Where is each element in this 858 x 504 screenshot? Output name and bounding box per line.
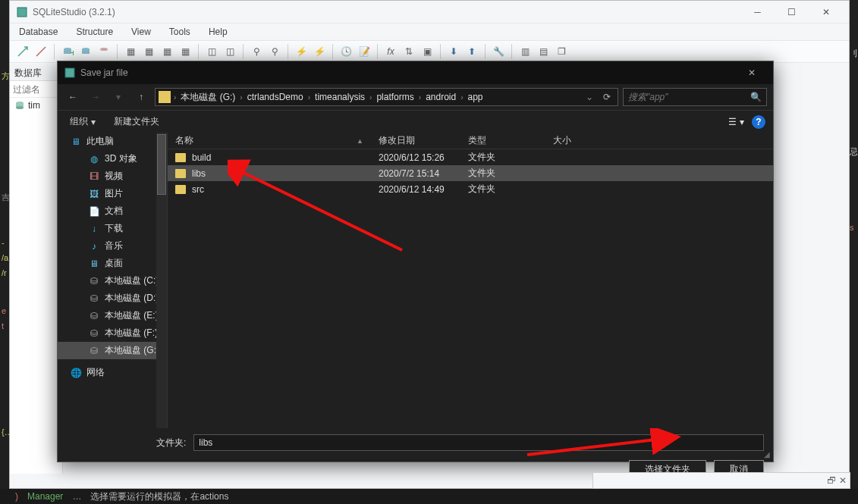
- collation-icon[interactable]: ⇅: [401, 43, 417, 60]
- dialog-close-button[interactable]: ✕: [737, 61, 767, 84]
- list-icon: ☰: [728, 117, 737, 127]
- aux-close2-icon[interactable]: ✕: [839, 475, 847, 486]
- resize-grip-icon[interactable]: ◢: [764, 450, 770, 459]
- nav-recent-button[interactable]: ▾: [109, 88, 127, 106]
- db-filter-input[interactable]: [10, 81, 62, 97]
- chevron-down-icon: ▾: [740, 117, 744, 127]
- tree-item-desktop[interactable]: 🖥桌面: [58, 255, 167, 272]
- index-icon[interactable]: ⚲: [248, 43, 265, 60]
- menu-view[interactable]: View: [127, 25, 156, 39]
- breadcrumb-seg-1[interactable]: ctrlandsDemo: [246, 92, 305, 102]
- tree-item-3d[interactable]: ◍3D 对象: [58, 150, 167, 167]
- close-button[interactable]: ✕: [809, 1, 843, 23]
- disconnect-icon[interactable]: [33, 43, 49, 60]
- trigger-icon[interactable]: ⚡: [293, 43, 310, 60]
- tree-item-disk-d[interactable]: ⛁本地磁盘 (D:): [58, 290, 167, 307]
- config-icon[interactable]: 🔧: [490, 43, 507, 60]
- breadcrumb-seg-0[interactable]: 本地磁盘 (G:): [179, 91, 237, 104]
- sql-editor-icon[interactable]: 📝: [356, 43, 372, 60]
- file-row[interactable]: src 2020/6/12 14:49 文件夹: [168, 181, 773, 197]
- table4-icon[interactable]: ▦: [177, 43, 193, 60]
- tree-item-music[interactable]: ♪音乐: [58, 237, 167, 255]
- file-row[interactable]: build 2020/6/12 15:26 文件夹: [168, 149, 773, 165]
- export-icon[interactable]: ⬆: [464, 43, 480, 60]
- view-icon[interactable]: ◫: [203, 43, 220, 60]
- connect-icon[interactable]: [14, 43, 31, 60]
- tree-item-download[interactable]: ↓下载: [58, 220, 167, 237]
- minimize-button[interactable]: ─: [740, 1, 775, 23]
- tree-item-pictures[interactable]: 🖼图片: [58, 185, 167, 202]
- tile-v-icon[interactable]: ▤: [535, 43, 552, 60]
- table-icon[interactable]: ▦: [122, 43, 139, 60]
- edit-db-icon[interactable]: [77, 43, 94, 60]
- pictures-icon: 🖼: [88, 188, 100, 200]
- breadcrumb-seg-2[interactable]: timeanalysis: [313, 92, 366, 102]
- nav-forward-button[interactable]: →: [86, 88, 105, 106]
- col-name[interactable]: 名称▲: [168, 133, 371, 149]
- organize-button[interactable]: 组织 ▾: [65, 113, 100, 130]
- cascade-icon[interactable]: ❐: [553, 43, 570, 60]
- tree-item-disk-f[interactable]: ⛁本地磁盘 (F:): [58, 324, 167, 342]
- disk-icon: ⛁: [88, 345, 100, 357]
- svg-point-9: [16, 106, 24, 109]
- search-box: 🔍: [623, 88, 767, 106]
- remove-db-icon[interactable]: [96, 43, 112, 60]
- menu-database[interactable]: Database: [14, 25, 62, 39]
- breadcrumb-seg-4[interactable]: android: [424, 92, 457, 102]
- aux-tab-strip: 🗗 ✕: [592, 472, 850, 489]
- chevron-right-icon: ›: [369, 93, 372, 102]
- video-icon: 🎞: [88, 171, 100, 183]
- tile-h-icon[interactable]: ▥: [517, 43, 533, 60]
- db-item-label: tim: [28, 100, 40, 111]
- add-db-icon[interactable]: +: [59, 43, 76, 60]
- menu-structure[interactable]: Structure: [71, 25, 118, 39]
- index2-icon[interactable]: ⚲: [266, 43, 283, 60]
- chevron-right-icon: ›: [308, 93, 310, 102]
- breadcrumb[interactable]: › 本地磁盘 (G:) › ctrlandsDemo › timeanalysi…: [155, 88, 618, 106]
- tree-item-video[interactable]: 🎞视频: [58, 167, 167, 185]
- breadcrumb-dropdown-icon[interactable]: ⌄: [583, 92, 596, 102]
- menu-tools[interactable]: Tools: [165, 25, 195, 39]
- tree-item-disk-c[interactable]: ⛁本地磁盘 (C:): [58, 272, 167, 290]
- sql-history-icon[interactable]: 🕓: [338, 43, 354, 60]
- menu-help[interactable]: Help: [204, 25, 232, 39]
- col-type[interactable]: 类型: [460, 133, 545, 149]
- import-icon[interactable]: ⬇: [445, 43, 462, 60]
- breadcrumb-seg-5[interactable]: app: [467, 92, 485, 102]
- refresh-icon[interactable]: ⟳: [599, 92, 614, 102]
- file-row[interactable]: libs 2020/7/2 15:14 文件夹: [168, 165, 773, 181]
- search-input[interactable]: [628, 92, 750, 102]
- trigger2-icon[interactable]: ⚡: [311, 43, 328, 60]
- ext-icon[interactable]: ▣: [419, 43, 435, 60]
- view-mode-button[interactable]: ☰ ▾: [728, 117, 744, 127]
- col-size[interactable]: 大小: [545, 133, 606, 149]
- table2-icon[interactable]: ▦: [140, 43, 157, 60]
- db-tree-item[interactable]: tim: [10, 98, 62, 113]
- table3-icon[interactable]: ▦: [159, 43, 175, 60]
- help-icon[interactable]: ?: [752, 115, 765, 129]
- tree-network[interactable]: 🌐 网络: [58, 364, 167, 381]
- folder-name-input[interactable]: [193, 434, 764, 451]
- column-headers: 名称▲ 修改日期 类型 大小: [168, 133, 773, 149]
- nav-up-button[interactable]: ↑: [132, 88, 150, 106]
- db-filter: [10, 81, 62, 98]
- nav-back-button[interactable]: ←: [64, 88, 82, 106]
- music-icon: ♪: [88, 240, 100, 252]
- breadcrumb-seg-3[interactable]: platforms: [375, 92, 415, 102]
- 3d-icon: ◍: [88, 153, 100, 165]
- disk-icon: ⛁: [88, 327, 100, 340]
- search-icon[interactable]: 🔍: [750, 92, 762, 102]
- new-folder-button[interactable]: 新建文件夹: [109, 113, 164, 130]
- col-date[interactable]: 修改日期: [371, 133, 460, 149]
- dialog-nav: ← → ▾ ↑ › 本地磁盘 (G:) › ctrlandsDemo › tim…: [58, 84, 773, 110]
- tree-scrollbar[interactable]: [156, 133, 167, 428]
- tree-item-disk-g[interactable]: ⛁本地磁盘 (G:): [58, 342, 167, 359]
- aux-close-icon[interactable]: 🗗: [827, 475, 836, 486]
- tree-item-docs[interactable]: 📄文档: [58, 202, 167, 220]
- chevron-right-icon: ›: [419, 93, 421, 102]
- maximize-button[interactable]: ☐: [775, 1, 809, 23]
- tree-this-pc[interactable]: 🖥 此电脑: [58, 133, 167, 150]
- view2-icon[interactable]: ◫: [222, 43, 238, 60]
- fn-icon[interactable]: fx: [382, 43, 399, 60]
- tree-item-disk-e[interactable]: ⛁本地磁盘 (E:): [58, 307, 167, 324]
